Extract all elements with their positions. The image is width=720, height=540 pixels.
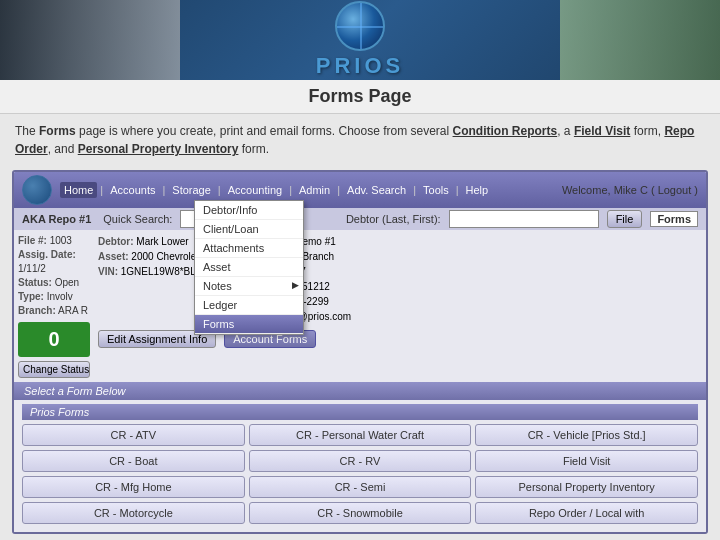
header-banner: PRIOS <box>0 0 720 80</box>
aka-label: AKA Repo #1 <box>22 213 91 225</box>
dd-item-debtor-info[interactable]: Debtor/Info <box>195 201 303 220</box>
form-btn-cr-rv[interactable]: CR - RV <box>249 450 472 472</box>
form-btn-cr-boat[interactable]: CR - Boat <box>22 450 245 472</box>
header-right-image <box>560 0 720 80</box>
form-btn-cr-personal-water-craft[interactable]: CR - Personal Water Craft <box>249 424 472 446</box>
nav-item-home[interactable]: Home <box>60 182 97 198</box>
logo-text: PRIOS <box>316 53 404 79</box>
file-info-row: Debtor: Mark Lower Asset: 2000 Chevrolet… <box>98 234 702 324</box>
dd-item-asset[interactable]: Asset <box>195 258 303 277</box>
forms-grid: CR - ATV CR - Personal Water Craft CR - … <box>22 424 698 524</box>
logo-globe <box>335 1 385 51</box>
header-left-image <box>0 0 180 80</box>
nav-item-tools[interactable]: Tools <box>419 182 453 198</box>
dd-item-attachments[interactable]: Attachments <box>195 239 303 258</box>
right-panel: Debtor: Mark Lower Asset: 2000 Chevrolet… <box>94 230 706 382</box>
dd-item-ledger[interactable]: Ledger <box>195 296 303 315</box>
forms-section-title: Prios Forms <box>22 404 698 420</box>
welcome-text: Welcome, Mike C ( Logout ) <box>562 184 698 196</box>
nav-item-accounting[interactable]: Accounting <box>224 182 286 198</box>
page-title: Forms Page <box>0 80 720 114</box>
change-status-button[interactable]: Change Status <box>18 361 90 378</box>
nav-item-help[interactable]: Help <box>462 182 493 198</box>
form-btn-field-visit[interactable]: Field Visit <box>475 450 698 472</box>
nav-item-storage[interactable]: Storage <box>168 182 215 198</box>
forms-section: Prios Forms CR - ATV CR - Personal Water… <box>14 400 706 532</box>
app-inner: Home | Accounts | Storage | Accounting |… <box>14 172 706 532</box>
form-btn-cr-atv[interactable]: CR - ATV <box>22 424 245 446</box>
file-button[interactable]: File <box>607 210 643 228</box>
debtor-label: Debtor (Last, First): <box>346 213 441 225</box>
form-btn-cr-mfg-home[interactable]: CR - Mfg Home <box>22 476 245 498</box>
sub-header-row: AKA Repo #1 Quick Search: Debtor (Last, … <box>14 208 706 230</box>
nav-bar: Home | Accounts | Storage | Accounting |… <box>14 172 706 208</box>
dd-item-client-loan[interactable]: Client/Loan <box>195 220 303 239</box>
left-panel: File #: 1003 Assig. Date: 1/11/2 Status:… <box>14 230 94 382</box>
form-btn-cr-snowmobile[interactable]: CR - Snowmobile <box>249 502 472 524</box>
app-frame: Home | Accounts | Storage | Accounting |… <box>12 170 708 534</box>
status-indicator: 0 <box>18 322 90 357</box>
logo-container: PRIOS <box>316 1 404 79</box>
file-details-left: File #: 1003 Assig. Date: 1/11/2 Status:… <box>18 234 90 318</box>
form-btn-cr-vehicle[interactable]: CR - Vehicle [Prios Std.] <box>475 424 698 446</box>
intro-text: The Forms page is where you create, prin… <box>0 114 720 166</box>
form-btn-cr-motorcycle[interactable]: CR - Motorcycle <box>22 502 245 524</box>
nav-item-accounts[interactable]: Accounts <box>106 182 159 198</box>
form-btn-repo-order[interactable]: Repo Order / Local with <box>475 502 698 524</box>
nav-item-adv-search[interactable]: Adv. Search <box>343 182 410 198</box>
nav-logo <box>22 175 52 205</box>
select-form-bar: Select a Form Below <box>14 382 706 400</box>
dd-item-notes[interactable]: Notes <box>195 277 303 296</box>
form-btn-personal-property-inventory[interactable]: Personal Property Inventory <box>475 476 698 498</box>
form-btn-cr-semi[interactable]: CR - Semi <box>249 476 472 498</box>
main-content: File #: 1003 Assig. Date: 1/11/2 Status:… <box>14 230 706 382</box>
dropdown-menu: Debtor/Info Client/Loan Attachments Asse… <box>194 200 304 335</box>
quick-search-label: Quick Search: <box>103 213 172 225</box>
action-buttons-row: Edit Assignment Info Account Forms <box>98 328 702 350</box>
forms-tab[interactable]: Forms <box>650 211 698 227</box>
dd-item-forms[interactable]: Forms <box>195 315 303 334</box>
debtor-search-input[interactable] <box>449 210 599 228</box>
nav-item-admin[interactable]: Admin <box>295 182 334 198</box>
